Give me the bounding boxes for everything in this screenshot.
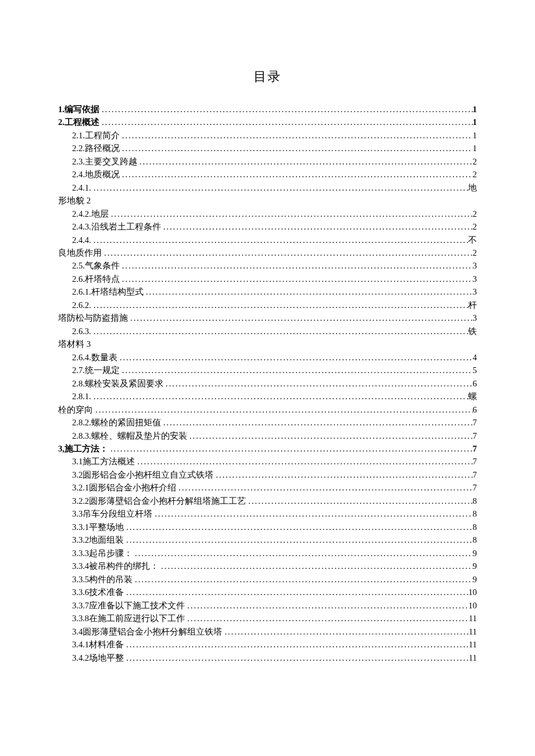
toc-entry-page: 10 <box>469 599 477 612</box>
toc-entry: 3.2 圆形铝合金小抱杆组立自立式铁塔7 <box>58 468 477 481</box>
toc-leader-dots <box>133 573 473 586</box>
toc-entry-label: 塔防松与防盗措施 <box>58 311 128 324</box>
toc-entry-label: 圆形薄壁铝合金小抱杆分解组塔施工工艺 <box>89 495 246 507</box>
toc-leader-dots <box>159 560 473 572</box>
toc-leader-dots <box>102 246 473 259</box>
toc-leader-dots <box>124 638 469 651</box>
toc-entry-number: 3.3.3 <box>72 547 89 560</box>
toc-entry-label: 圆形铝合金小抱杆组立自立式铁塔 <box>83 468 213 481</box>
toc-leader-dots <box>99 116 473 128</box>
toc-entry: 良地质作用2 <box>58 246 477 259</box>
toc-entry-page: 9 <box>473 573 477 586</box>
toc-entry-label: 被吊构件的绑扎： <box>89 560 159 572</box>
toc-leader-dots <box>124 651 469 664</box>
toc-entry-number: 2.6.3. <box>72 325 91 338</box>
toc-entry-number: 3.3.4 <box>72 560 89 572</box>
toc-entry: 2.5. 气象条件3 <box>58 259 477 272</box>
toc-entry-label: 杆塔特点 <box>85 273 120 285</box>
toc-entry: 3.3.1平整场地 8 <box>58 521 477 533</box>
toc-entry: 2.6. 杆塔特点3 <box>58 273 477 285</box>
toc-entry-label: 施工方法概述 <box>83 455 135 468</box>
toc-entry-number: 2.8.3. <box>72 429 91 442</box>
toc-entry: 3.3.6技术准备 10 <box>58 586 477 599</box>
toc-entry-page: 2 <box>473 246 477 259</box>
toc-entry-page: 7 <box>473 481 477 494</box>
toc-leader-dots <box>120 168 473 181</box>
toc-entry: 3.2.1圆形铝合金小抱杆介绍 7 <box>58 481 477 494</box>
toc-entry-page: 8 <box>473 495 477 507</box>
toc-leader-dots <box>91 181 468 194</box>
toc-entry-page: 8 <box>473 507 477 520</box>
toc-entry-number: 2.8.1. <box>72 390 91 403</box>
toc-entry-label: 平整场地 <box>89 521 124 533</box>
toc-entry: 2.8.1.螺 <box>58 390 477 403</box>
toc-entry-page: 5 <box>473 364 477 377</box>
toc-entry: 2.7. 统一规定5 <box>58 364 477 377</box>
toc-entry-label: 路径概况 <box>85 142 120 155</box>
toc-entry-page: 9 <box>473 560 477 572</box>
toc-entry-number: 3.2.1 <box>72 481 89 494</box>
toc-entry-number: 2.4.3. <box>72 220 91 233</box>
toc-entry: 3.4.2场地平整 11 <box>58 651 477 664</box>
toc-entry-page: 1 <box>473 116 477 128</box>
toc-entry-label: 场地平整 <box>89 651 124 664</box>
toc-entry: 3.3.7应准备以下施工技术文件 10 <box>58 599 477 612</box>
toc-entry-number: 2.8. <box>72 377 85 390</box>
toc-entry: 3.1 施工方法概述7 <box>58 455 477 468</box>
toc-entry-page: 4 <box>473 351 477 364</box>
toc-entry-label: 数量表 <box>91 351 117 364</box>
toc-leader-dots <box>108 442 473 455</box>
toc-entry-number: 2 <box>58 116 62 128</box>
toc-entry-label: 构件的吊装 <box>89 573 133 586</box>
toc-entry-number: 2.6. <box>72 273 85 285</box>
toc-entry-page: 9 <box>473 547 477 560</box>
toc-entry: 2.3. 主要交叉跨越2 <box>58 155 477 168</box>
toc-entry: 栓的穿向6 <box>58 403 477 416</box>
toc-entry-number: 2.6.1. <box>72 285 91 298</box>
toc-entry: 3.3 吊车分段组立杆塔8 <box>58 507 477 520</box>
toc-leader-dots <box>163 377 473 390</box>
toc-entry: 3.3.2地面组装 8 <box>58 533 477 546</box>
toc-entry: 2.4. 地质概况2 <box>58 168 477 181</box>
toc-entry-number: 3.2.2 <box>72 495 89 507</box>
toc-entry: 3.3.8在施工前应进行以下工作 11 <box>58 612 477 625</box>
toc-entry: 3.3.5构件的吊装 9 <box>58 573 477 586</box>
toc-entry-number: 3.3.2 <box>72 533 89 546</box>
toc-entry-page: 3 <box>473 259 477 272</box>
toc-entry: 3,施工方法：7 <box>58 442 477 455</box>
toc-entry: 2.2. 路径概况1 <box>58 142 477 155</box>
toc-entry-number: 3.3.5 <box>72 573 89 586</box>
toc-entry: 3.4 圆形薄壁铝合金小抱杆分解组立铁塔11 <box>58 625 477 638</box>
toc-entry-page: 7 <box>473 468 477 481</box>
toc-leader-dots <box>120 259 473 272</box>
toc-leader-dots <box>91 299 468 311</box>
toc-leader-dots <box>144 285 473 298</box>
toc-entry-number: 3.1 <box>72 455 83 468</box>
toc-leader-dots <box>120 129 473 142</box>
toc-leader-dots <box>185 612 469 625</box>
toc-entry: 2.8.3.螺栓、螺帽及垫片的安装7 <box>58 429 477 442</box>
toc-entry-label: 地面组装 <box>89 533 124 546</box>
toc-entry-number: 3.4 <box>72 625 83 638</box>
toc-entry-label: 材料准备 <box>89 638 124 651</box>
toc-entry-label: 起吊步骤： <box>89 547 133 560</box>
toc-entry-number: 2.3. <box>72 155 85 168</box>
toc-leader-dots <box>185 599 469 612</box>
toc-leader-dots <box>124 586 469 599</box>
toc-entry: 塔材料 3 <box>58 338 477 350</box>
toc-entry-page: 2 <box>473 168 477 181</box>
toc-entry-number: 2.4.1. <box>72 181 91 194</box>
toc-entry-number: 1 <box>58 103 62 116</box>
toc-leader-dots <box>120 364 473 377</box>
toc-entry-label: 塔材料 3 <box>58 338 91 350</box>
toc-leader-dots <box>93 403 473 416</box>
toc-entry-number: 3.3.1 <box>72 521 89 533</box>
toc-entry-page: 不 <box>468 234 477 246</box>
toc-entry-page: 8 <box>473 521 477 533</box>
toc-entry-number: 3.3 <box>72 507 83 520</box>
toc-entry-label: 栓的穿向 <box>58 403 93 416</box>
toc-entry-label: 施工方法： <box>65 442 108 455</box>
toc-entry: 2.6.4.数量表4 <box>58 351 477 364</box>
toc-entry-page: 11 <box>469 625 477 638</box>
toc-entry-number: 3.3.8 <box>72 612 89 625</box>
